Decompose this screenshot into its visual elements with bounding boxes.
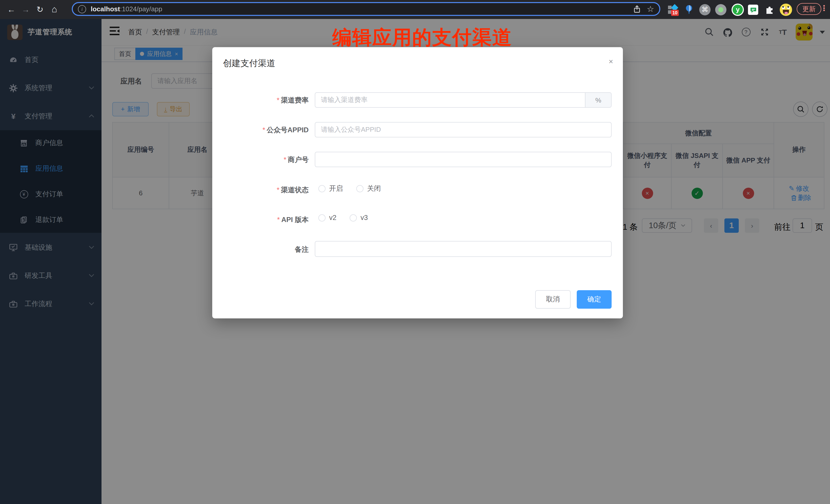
create-pay-channel-dialog: 创建支付渠道 × *渠道费率 请输入渠道费率 % *公众号APPID 请输入公众… [212,47,623,318]
field-api-version: *API 版本 v2 v3 [212,212,623,227]
required-asterisk: * [277,216,280,224]
required-asterisk: * [277,186,279,194]
bookmark-star-icon[interactable]: ☆ [647,4,654,14]
required-asterisk: * [262,126,265,134]
browser-menu-icon[interactable]: ⋮ [820,4,828,13]
field-remark: 备注 [212,241,623,256]
extension-balloon-icon[interactable] [683,0,695,19]
radio-status-open[interactable]: 开启 [318,184,343,193]
close-icon[interactable]: × [609,57,613,66]
required-asterisk: * [284,156,286,163]
dialog-title: 创建支付渠道 [223,57,275,69]
extension-command-icon[interactable]: ⌘ [699,0,711,19]
field-channel-rate: *渠道费率 请输入渠道费率 % [212,92,623,108]
appid-input[interactable]: 请输入公众号APPID [315,122,612,137]
page-info-icon[interactable]: i [78,5,86,13]
browser-update-button[interactable]: 更新 [797,3,821,15]
url-host: localhost [91,5,120,13]
extension-puzzle-icon[interactable] [763,0,776,19]
browser-forward-icon[interactable]: → [19,2,33,17]
radio-api-v3[interactable]: v3 [350,214,368,221]
remark-input[interactable] [315,241,612,257]
browser-home-icon[interactable]: ⌂ [47,2,62,17]
field-merchant-no: *商户号 [212,152,623,167]
channel-rate-input[interactable]: 请输入渠道费率 % [315,92,612,108]
share-icon[interactable] [633,5,641,13]
extension-badge: 10 [671,9,679,15]
field-channel-status: *渠道状态 开启 关闭 [212,182,623,197]
url-path: :1024/pay/app [120,5,162,13]
radio-icon [318,214,325,221]
extension-emoji-icon[interactable] [779,0,793,19]
required-asterisk: * [277,96,279,104]
percent-suffix: % [585,93,611,107]
extension-chat-icon[interactable] [747,0,759,19]
address-bar[interactable]: i localhost:1024/pay/app ☆ [72,2,660,16]
radio-status-closed[interactable]: 关闭 [356,184,381,193]
radio-icon [356,185,363,192]
confirm-button[interactable]: 确定 [577,290,612,309]
cancel-button[interactable]: 取消 [535,290,571,309]
browser-toolbar: ← → ↻ ⌂ i localhost:1024/pay/app ☆ 10 ⌘ [0,0,830,19]
radio-api-v2[interactable]: v2 [318,214,337,221]
radio-icon [318,185,325,192]
annotation-text: 编辑应用的支付渠道 [332,25,512,51]
extension-diamond-icon[interactable]: 10 [667,0,680,19]
field-appid: *公众号APPID 请输入公众号APPID [212,122,623,137]
extension-y-icon[interactable]: y [731,0,744,19]
extension-record-icon[interactable] [715,0,727,19]
radio-icon [350,214,357,221]
browser-reload-icon[interactable]: ↻ [33,2,47,17]
screen: ← → ↻ ⌂ i localhost:1024/pay/app ☆ 10 ⌘ [0,0,830,504]
browser-back-icon[interactable]: ← [4,2,19,17]
merchant-no-input[interactable] [315,152,612,167]
